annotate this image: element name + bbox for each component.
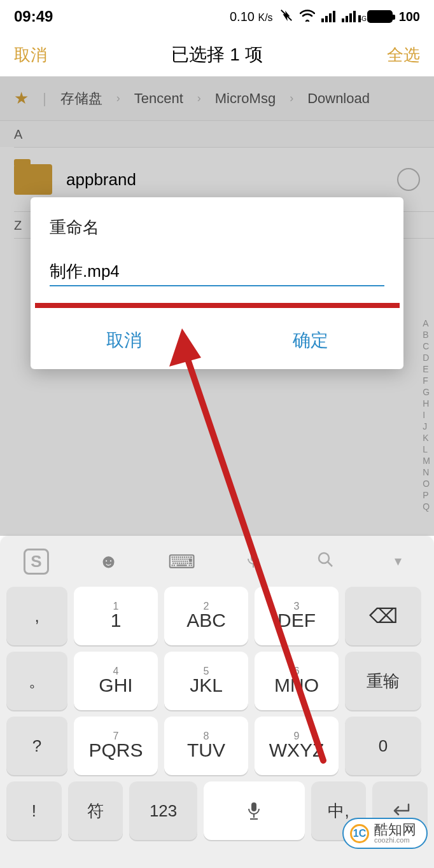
key-symbol[interactable]: ? [6, 717, 67, 775]
breadcrumb-item[interactable]: Tencent [134, 90, 183, 107]
index-letter[interactable]: I [423, 410, 430, 420]
breadcrumb-item[interactable]: 存储盘 [60, 89, 102, 108]
dialog-ok-button[interactable]: 确定 [217, 312, 403, 369]
sogou-logo-icon[interactable]: S [24, 549, 49, 575]
breadcrumb-item[interactable]: Download [307, 90, 370, 107]
key-9-wxyz[interactable]: 9WXYZ [255, 717, 339, 775]
select-all-button[interactable]: 全选 [387, 44, 420, 66]
key-7-pqrs[interactable]: 7PQRS [74, 717, 158, 775]
status-time: 09:49 [14, 8, 53, 25]
watermark-sub: coozhi.com [374, 837, 416, 844]
breadcrumb: ★ | 存储盘 › Tencent › MicroMsg › Download [0, 76, 434, 121]
file-name: appbrand [66, 170, 383, 190]
index-letter[interactable]: B [423, 330, 430, 340]
folder-icon [14, 164, 52, 195]
alpha-index[interactable]: A B C D E F G H I J K L M N O P Q [423, 318, 430, 512]
watermark-icon: 1C [350, 824, 369, 843]
index-letter[interactable]: A [423, 318, 430, 328]
collapse-keyboard-icon[interactable]: ▾ [385, 553, 410, 570]
signal-icon-2: 4G [342, 11, 361, 22]
keyboard-toolbar: S ☻ ⌨ ▾ [0, 536, 434, 587]
index-letter[interactable]: P [423, 490, 430, 500]
watermark: 1C 酷知网 coozhi.com [342, 818, 428, 849]
watermark-text: 酷知网 [374, 823, 416, 837]
key-8-tuv[interactable]: 8TUV [164, 717, 248, 775]
breadcrumb-item[interactable]: MicroMsg [215, 90, 276, 107]
index-letter[interactable]: G [423, 387, 430, 397]
chevron-right-icon: › [290, 92, 293, 105]
svg-rect-1 [251, 551, 256, 561]
key-0[interactable]: 0 [345, 717, 421, 775]
enter-icon [389, 803, 411, 818]
index-letter[interactable]: C [423, 341, 430, 351]
key-symbol[interactable]: , [6, 587, 67, 645]
key-reenter[interactable]: 重输 [345, 652, 421, 710]
search-icon[interactable] [312, 550, 338, 573]
status-bar: 09:49 0.10 K/s 4G 100 [0, 0, 434, 33]
keyboard-switch-icon[interactable]: ⌨ [168, 550, 193, 573]
net-speed: 0.10 K/s [230, 10, 273, 24]
mic-icon [244, 801, 263, 820]
cancel-button[interactable]: 取消 [14, 44, 47, 66]
key-123[interactable]: 123 [129, 781, 197, 840]
breadcrumb-divider: | [43, 90, 46, 107]
key-1[interactable]: 11 [74, 587, 158, 645]
page-title: 已选择 1 项 [171, 43, 262, 67]
index-letter[interactable]: H [423, 398, 430, 409]
dialog-title: 重命名 [31, 197, 403, 251]
index-letter[interactable]: N [423, 467, 430, 477]
chevron-right-icon: › [116, 92, 120, 105]
wifi-icon [300, 9, 315, 25]
index-letter[interactable]: K [423, 433, 430, 443]
key-symbol[interactable]: ! [6, 781, 62, 840]
dialog-cancel-button[interactable]: 取消 [31, 312, 217, 369]
key-symbol[interactable]: 。 [6, 652, 67, 710]
mute-icon [279, 8, 293, 25]
star-icon[interactable]: ★ [14, 88, 29, 108]
selection-header: 取消 已选择 1 项 全选 [0, 33, 434, 76]
battery-level: 100 [399, 10, 420, 24]
svg-rect-5 [251, 802, 256, 811]
selection-radio[interactable] [397, 168, 420, 191]
svg-point-3 [319, 553, 329, 563]
status-right: 0.10 K/s 4G 100 [230, 8, 420, 25]
index-letter[interactable]: L [423, 444, 430, 454]
index-letter[interactable]: J [423, 421, 430, 431]
index-letter[interactable]: E [423, 364, 430, 374]
index-letter[interactable]: O [423, 479, 430, 489]
key-sym[interactable]: 符 [68, 781, 123, 840]
key-4-ghi[interactable]: 4GHI [74, 652, 158, 710]
rename-dialog: 重命名 取消 确定 [31, 197, 403, 369]
mic-icon[interactable] [241, 550, 266, 573]
rename-input[interactable] [50, 258, 384, 286]
key-3-def[interactable]: 3DEF [255, 587, 339, 645]
key-backspace[interactable]: ⌫ [345, 587, 421, 645]
index-letter[interactable]: F [423, 375, 430, 386]
key-space[interactable] [204, 781, 305, 840]
signal-icon-1 [321, 11, 335, 22]
index-letter[interactable]: D [423, 353, 430, 363]
key-5-jkl[interactable]: 5JKL [164, 652, 248, 710]
svg-line-4 [328, 562, 332, 566]
section-header: A [0, 121, 434, 147]
key-6-mno[interactable]: 6MNO [255, 652, 339, 710]
index-letter[interactable]: Q [423, 501, 430, 512]
battery-icon [367, 10, 393, 23]
index-letter[interactable]: M [423, 456, 430, 466]
key-2-abc[interactable]: 2ABC [164, 587, 248, 645]
chevron-right-icon: › [197, 92, 201, 105]
emoji-icon[interactable]: ☻ [95, 550, 121, 572]
